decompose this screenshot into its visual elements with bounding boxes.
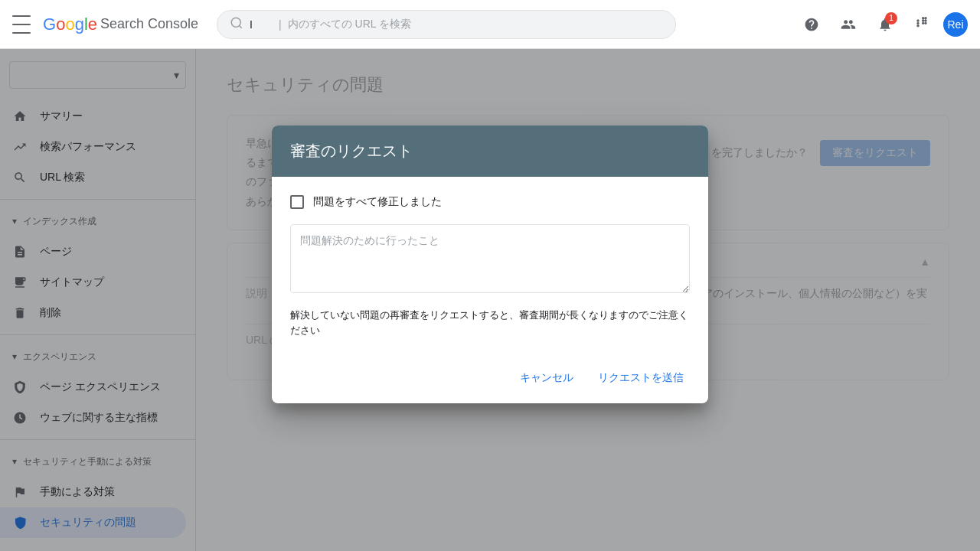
logo-area: Google Search Console (43, 15, 198, 34)
user-settings-button[interactable] (833, 9, 864, 40)
dialog-header: 審査のリクエスト (272, 126, 708, 177)
notification-count: 1 (885, 12, 897, 24)
dialog-body: 問題をすべて修正しました ⌟ 解決していない問題の再審査をリクエストすると、審査… (272, 177, 708, 356)
checkbox-label: 問題をすべて修正しました (313, 195, 442, 209)
header-actions: 1 Rei (796, 9, 968, 40)
textarea-wrapper: ⌟ (290, 224, 690, 295)
cancel-button[interactable]: キャンセル (514, 365, 580, 391)
review-request-dialog: 審査のリクエスト 問題をすべて修正しました ⌟ 解決していない問題の再審査をリク… (272, 126, 708, 403)
search-icon (230, 16, 243, 32)
resize-handle: ⌟ (684, 283, 688, 294)
apps-button[interactable] (906, 9, 937, 40)
dialog-footer: キャンセル リクエストを送信 (272, 356, 708, 403)
dialog-title: 審査のリクエスト (290, 141, 690, 161)
menu-icon[interactable] (12, 15, 31, 34)
svg-point-0 (231, 18, 240, 27)
help-button[interactable] (796, 9, 827, 40)
submit-button[interactable]: リクエストを送信 (592, 365, 690, 391)
warning-text: 解決していない問題の再審査をリクエストすると、審査期間が長くなりますのでご注意く… (290, 308, 690, 337)
solution-textarea[interactable] (290, 224, 690, 293)
google-logo: Google (43, 15, 97, 34)
search-divider: | (279, 18, 282, 31)
overlay: 審査のリクエスト 問題をすべて修正しました ⌟ 解決していない問題の再審査をリク… (0, 49, 980, 551)
search-hint: 内のすべての URL を検索 (288, 18, 411, 31)
svg-line-1 (240, 25, 242, 28)
search-bar[interactable]: | 内のすべての URL を検索 (217, 10, 676, 39)
notifications-button[interactable]: 1 (870, 9, 900, 40)
app-title: Search Console (100, 16, 198, 32)
checkbox-row: 問題をすべて修正しました (290, 195, 690, 209)
fix-checkbox[interactable] (290, 195, 304, 209)
search-input[interactable] (250, 18, 273, 31)
header: Google Search Console | 内のすべての URL を検索 1… (0, 0, 980, 49)
avatar[interactable]: Rei (943, 12, 968, 37)
